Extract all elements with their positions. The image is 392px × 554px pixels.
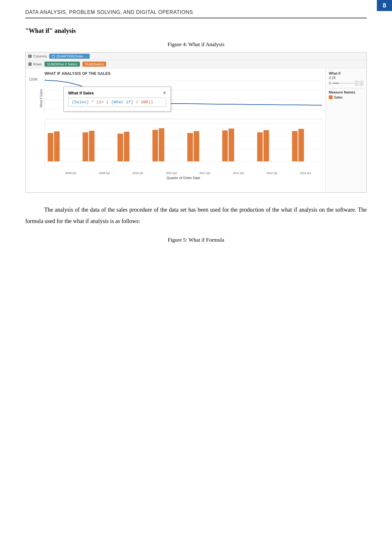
svg-rect-27 xyxy=(54,131,60,161)
svg-rect-39 xyxy=(263,130,269,161)
whatif-popup-header: What if Sales × xyxy=(68,90,166,96)
calendar-icon xyxy=(52,55,55,58)
y-axis-top: 1200K xyxy=(29,78,38,119)
svg-rect-33 xyxy=(159,128,165,161)
right-panel: What if 2.24 O ‹ › Measure Names Sales xyxy=(325,68,366,192)
columns-icon xyxy=(28,54,32,58)
columns-pill[interactable]: QUARTER(Order ... xyxy=(49,54,90,59)
figure4-caption: Figure 4: What if Analysis xyxy=(25,41,367,48)
whatif-formula: [Sales] * (1+ ( [What if] / 100)) xyxy=(68,98,166,107)
svg-rect-38 xyxy=(257,132,263,161)
svg-rect-8 xyxy=(28,65,32,66)
columns-toolbar: Columns QUARTER(Order ... xyxy=(26,52,366,60)
section-heading: "What if" analysis xyxy=(25,27,367,34)
rows-toolbar: Rows SUM(What if Sales) SUM(Sales) xyxy=(26,60,366,68)
x-axis-labels: 2009 Q2 2009 Q4 2010 Q2 2010 Q4 2011 Q2 … xyxy=(45,172,322,175)
whatif-right-label: What if xyxy=(329,71,363,75)
whatif-slider-fill xyxy=(333,83,339,84)
rows-pill-sales[interactable]: SUM(Sales) xyxy=(82,62,106,67)
svg-rect-30 xyxy=(118,134,123,161)
chart-area: WHAT IF ANALYSIS OF THE SALES 1200K What… xyxy=(26,68,366,192)
svg-rect-26 xyxy=(48,133,53,161)
y-axis-title: What if Sales xyxy=(39,89,43,108)
svg-rect-7 xyxy=(28,64,32,65)
figure5-caption: Figure 5: What if Formula xyxy=(25,237,367,243)
svg-rect-29 xyxy=(89,131,95,161)
whatif-slider[interactable] xyxy=(333,83,354,84)
svg-rect-36 xyxy=(222,130,228,161)
body-text: The analysis of the data of the sales pr… xyxy=(25,204,367,227)
whatif-close-button[interactable]: × xyxy=(163,90,166,96)
whatif-popup: What if Sales × [Sales] * (1+ ( [What if… xyxy=(63,87,171,111)
page-number-badge: 8 xyxy=(377,0,392,11)
svg-rect-34 xyxy=(187,133,193,161)
columns-label: Columns xyxy=(28,54,47,58)
measure-names-label: Measure Names xyxy=(329,90,363,94)
svg-rect-31 xyxy=(124,132,130,161)
legend-item-sales: Sales xyxy=(329,95,363,99)
bar-chart-svg: 400K 200K 0K xyxy=(45,120,322,168)
x-axis-title: Quarter of Order Date xyxy=(45,176,322,180)
whatif-popup-title: What if Sales xyxy=(68,91,94,95)
page-header: DATA ANALYSIS, PROBLEM SOLVING, AND DIGI… xyxy=(25,9,367,18)
svg-rect-35 xyxy=(194,131,199,161)
slider-right-arrow[interactable]: › xyxy=(360,81,363,86)
chart-title: WHAT IF ANALYSIS OF THE SALES xyxy=(45,71,322,76)
svg-rect-37 xyxy=(229,129,234,161)
svg-rect-28 xyxy=(83,132,88,161)
svg-rect-1 xyxy=(30,55,31,58)
svg-rect-0 xyxy=(28,55,29,58)
page-header-title: DATA ANALYSIS, PROBLEM SOLVING, AND DIGI… xyxy=(25,9,193,15)
rows-label: Rows xyxy=(28,62,42,66)
svg-rect-40 xyxy=(292,131,298,161)
slider-left-arrow[interactable]: ‹ xyxy=(355,81,358,86)
svg-rect-2 xyxy=(31,55,32,58)
svg-rect-41 xyxy=(299,129,304,161)
legend-swatch-sales xyxy=(329,95,333,99)
slider-o-label: O xyxy=(329,81,331,85)
tableau-chart: Columns QUARTER(Order ... Rows SUM(What … xyxy=(25,52,367,193)
svg-rect-6 xyxy=(28,63,32,63)
whatif-right-value: 2.24 xyxy=(329,76,363,80)
paragraph1: The analysis of the data of the sales pr… xyxy=(25,204,367,227)
chart-body: WHAT IF ANALYSIS OF THE SALES 1200K What… xyxy=(26,68,325,192)
svg-rect-32 xyxy=(153,130,158,161)
whatif-slider-row[interactable]: O ‹ › xyxy=(329,81,363,86)
rows-pill-whatif[interactable]: SUM(What if Sales) xyxy=(45,62,80,67)
rows-icon xyxy=(28,62,32,66)
legend-label-sales: Sales xyxy=(334,95,343,99)
svg-rect-3 xyxy=(52,55,55,57)
